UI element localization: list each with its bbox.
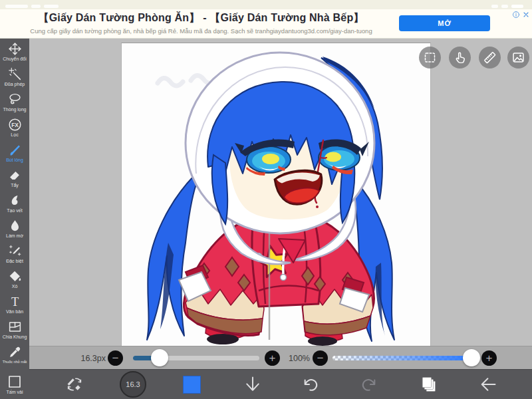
down-arrow-button[interactable] — [243, 375, 262, 394]
ad-open-button[interactable]: MỞ — [399, 15, 490, 31]
ad-text-block: 【Giấy Dán Tường Phòng Ăn】 - 【Giấy Dán Tư… — [13, 11, 389, 35]
sidebar-item-label: Chuyển đổi — [3, 57, 26, 61]
sidebar-item-label: Bút lông — [6, 158, 23, 162]
brush-size-slider-thumb[interactable] — [151, 349, 168, 366]
sidebar-item-brush[interactable]: Bút lông — [0, 140, 29, 165]
swap-tools-button[interactable] — [65, 375, 84, 394]
back-button[interactable] — [479, 375, 497, 394]
workspace — [29, 39, 532, 346]
move-icon — [8, 42, 22, 56]
sidebar-item-label: Làm mờ — [6, 233, 23, 238]
brush-size-increase-button[interactable]: + — [265, 350, 280, 366]
svg-text:T: T — [11, 295, 18, 308]
opacity-increase-button[interactable]: + — [481, 350, 497, 366]
sidebar-item-eyedropper[interactable]: Thuốc nhỏ mắt — [0, 342, 29, 367]
sidebar-item-label: Tẩy — [11, 183, 19, 188]
sidebar-item-bucket[interactable]: Xô — [0, 266, 29, 291]
opacity-slider-thumb[interactable] — [463, 349, 480, 366]
smudge-icon — [8, 194, 22, 207]
divide-frame-icon — [8, 320, 22, 334]
slider-bar: 16.3px − + 100% − + — [29, 346, 532, 369]
svg-text:FX: FX — [11, 121, 19, 128]
app-window: 【Giấy Dán Tường Phòng Ăn】 - 【Giấy Dán Tư… — [0, 0, 532, 399]
ruler-button[interactable] — [479, 47, 501, 68]
opacity-slider[interactable] — [332, 356, 477, 360]
brush-size-decrease-button[interactable]: − — [108, 350, 123, 366]
sidebar-item-fx-filter[interactable]: FX Lọc — [0, 114, 29, 140]
ad-banner[interactable]: 【Giấy Dán Tường Phòng Ăn】 - 【Giấy Dán Tư… — [0, 9, 532, 39]
sidebar-item-label: Chia Khung — [3, 334, 27, 339]
marquee-select-button[interactable] — [419, 47, 441, 68]
text-icon: T — [8, 295, 22, 309]
sidebar-item-canvas[interactable]: Tấm vải — [0, 369, 29, 399]
material-image-button[interactable] — [507, 47, 529, 68]
ad-close-icon[interactable] — [522, 11, 530, 19]
lasso-icon — [8, 92, 22, 106]
blur-drop-icon — [8, 219, 22, 233]
sidebar-item-special-pen[interactable]: Đặc biệt — [0, 241, 29, 266]
sidebar-item-smudge[interactable]: Tạo vết — [0, 190, 29, 215]
brush-icon — [8, 143, 22, 157]
head — [186, 53, 374, 233]
brush-size-slider[interactable] — [133, 356, 259, 360]
eyedropper-icon — [8, 345, 22, 359]
drawing-canvas[interactable] — [121, 43, 431, 346]
sidebar-item-label: Văn bản — [6, 309, 23, 314]
sidebar-item-divide-frame[interactable]: Chia Khung — [0, 317, 29, 342]
sidebar-item-eraser[interactable]: Tẩy — [0, 165, 29, 190]
sidebar-item-label: Thuốc nhỏ mắt — [3, 360, 27, 364]
sidebar-item-label: Lọc — [11, 132, 18, 137]
ad-title: 【Giấy Dán Tường Phòng Ăn】 - 【Giấy Dán Tư… — [13, 11, 389, 25]
sidebar-item-move[interactable]: Chuyển đổi — [0, 39, 29, 64]
opacity-decrease-button[interactable]: − — [313, 350, 328, 366]
layers-button[interactable] — [419, 375, 438, 394]
bucket-icon — [8, 269, 22, 283]
sidebar-item-blur-drop[interactable]: Làm mờ — [0, 215, 29, 241]
undo-button[interactable] — [302, 375, 321, 394]
canvas-icon — [7, 374, 23, 390]
sidebar-item-label: Đặc biệt — [6, 259, 23, 263]
hand-gesture-button[interactable] — [449, 47, 471, 68]
eraser-icon — [8, 168, 22, 182]
brush-size-label: 16.3px — [69, 354, 106, 363]
ad-info-icon[interactable] — [512, 11, 520, 19]
special-pen-icon — [8, 244, 22, 258]
status-bar — [0, 0, 532, 9]
sidebar-item-lasso[interactable]: Thòng lọng — [0, 89, 29, 114]
brush-preview-value: 16.3 — [126, 380, 140, 388]
sidebar-item-label: Tấm vải — [7, 390, 23, 394]
bottom-bar: 16.3 — [29, 369, 532, 399]
redo-button[interactable] — [359, 375, 378, 394]
ad-subtitle: Cung cấp giấy dán tường phòng ăn, nhà bế… — [13, 27, 389, 35]
sidebar-item-magic-wand[interactable]: Đũa phép — [0, 64, 29, 89]
brush-preview[interactable]: 16.3 — [120, 371, 146, 398]
fx-filter-icon: FX — [8, 118, 22, 132]
opacity-label: 100% — [279, 354, 310, 363]
tool-sidebar: Chuyển đổi Đũa phép Thòng lọng FX Lọc Bú… — [0, 39, 29, 399]
sidebar-item-label: Xô — [12, 284, 18, 289]
color-swatch[interactable] — [183, 376, 201, 394]
character-drawing — [122, 43, 430, 346]
sidebar-item-label: Thòng lọng — [3, 107, 26, 112]
sidebar-item-text[interactable]: T Văn bản — [0, 291, 29, 317]
magic-wand-icon — [8, 67, 22, 81]
sidebar-item-label: Tạo vết — [7, 208, 22, 213]
sidebar-item-label: Đũa phép — [5, 82, 25, 86]
